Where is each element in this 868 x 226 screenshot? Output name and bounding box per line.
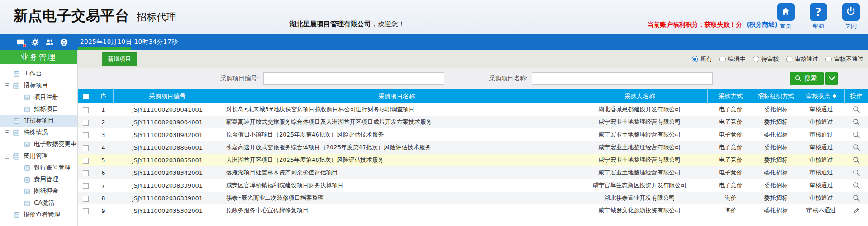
col-op: 操作 bbox=[844, 89, 868, 103]
search-icon bbox=[795, 75, 802, 82]
row-checkbox-cell bbox=[78, 154, 94, 166]
collapse-icon[interactable]: − bbox=[5, 130, 9, 135]
table-row[interactable]: 9JSJY1110002035302001原政务服务中心宣传牌修复项目咸宁城发文… bbox=[78, 204, 868, 217]
row-checkbox[interactable] bbox=[83, 208, 89, 214]
status-filter-radio[interactable]: 待审核 bbox=[753, 55, 779, 63]
row-checkbox[interactable] bbox=[83, 120, 89, 126]
sidebar-item[interactable]: −费用管理 bbox=[0, 150, 77, 162]
table-row[interactable]: 1JSJY1110002039041001对长岛•未来城3#地块保交房项目拟收购… bbox=[78, 103, 868, 116]
more-search-options-button[interactable] bbox=[825, 72, 838, 85]
project-name-input[interactable] bbox=[532, 72, 713, 85]
cell-op bbox=[844, 179, 868, 192]
sidebar-item[interactable]: 项目注册 bbox=[0, 91, 77, 103]
table-row[interactable]: 3JSJY1110002038982001原乡假日小镇项目（2025年度第46批… bbox=[78, 128, 868, 141]
cell-seq: 4 bbox=[94, 141, 113, 154]
sidebar-items: 工作台−招标项目项目注册招标项目非招标项目−特殊情况电子数据变更申请−费用管理银… bbox=[0, 64, 77, 221]
collapse-icon[interactable]: − bbox=[5, 154, 9, 159]
cell-seq: 2 bbox=[94, 116, 113, 128]
cell-op bbox=[844, 141, 868, 154]
settings-gear-icon[interactable] bbox=[31, 38, 39, 47]
cell-seq: 5 bbox=[94, 154, 113, 166]
row-checkbox[interactable] bbox=[83, 196, 89, 202]
status-filter-radio[interactable]: 所有 bbox=[692, 55, 712, 63]
sidebar-item[interactable]: 报价查看管理 bbox=[0, 209, 77, 221]
close-button-label: 关闭 bbox=[840, 22, 862, 30]
sidebar-item[interactable]: 费用管理 bbox=[0, 174, 77, 185]
chevron-down-icon bbox=[829, 76, 835, 80]
table-row[interactable]: 2JSJY1110002039004001蕲嘉高速开放式交旅服务综合体项目及大洲… bbox=[78, 116, 868, 128]
document-icon bbox=[24, 106, 30, 112]
table-row[interactable]: 5JSJY1110002038855001大洲湖首开区项目（2025年度第48批… bbox=[78, 154, 868, 166]
cell-purchaser: 咸宁官埠生态新区投资开发有限公司 bbox=[572, 179, 707, 192]
sidebar-item[interactable]: 非招标项目 bbox=[0, 115, 77, 127]
table-row[interactable]: 4JSJY1110002038866001蕲嘉高速开放式交旅服务综合体项目（20… bbox=[78, 141, 868, 154]
close-button[interactable]: 关闭 bbox=[840, 3, 862, 30]
sidebar-item[interactable]: 电子数据变更申请 bbox=[0, 138, 77, 150]
sidebar-item[interactable]: 工作台 bbox=[0, 68, 77, 80]
project-code-label: 采购项目编号: bbox=[220, 75, 259, 83]
sidebar-item[interactable]: 图纸押金 bbox=[0, 185, 77, 197]
view-search-icon[interactable] bbox=[853, 169, 860, 177]
row-checkbox[interactable] bbox=[83, 107, 89, 113]
row-checkbox[interactable] bbox=[83, 170, 89, 176]
col-status[interactable]: 审核状态 bbox=[798, 89, 844, 103]
collapse-icon[interactable]: − bbox=[5, 83, 9, 88]
view-search-icon[interactable] bbox=[853, 144, 860, 151]
row-checkbox[interactable] bbox=[83, 132, 89, 138]
search-button[interactable]: 搜索 bbox=[790, 72, 824, 85]
cell-code: JSJY1110002038866001 bbox=[113, 141, 222, 154]
status-filter-radio[interactable]: 审核通过 bbox=[786, 55, 818, 63]
sidebar-item[interactable]: CA激活 bbox=[0, 197, 77, 209]
view-search-icon[interactable] bbox=[853, 106, 860, 113]
home-button[interactable]: 首页 bbox=[775, 3, 797, 30]
col-seq: 序 bbox=[94, 89, 113, 103]
table-row[interactable]: 6JSJY1110002038342001落雁湖项目处置林木资产剩余价值评估项目… bbox=[78, 166, 868, 179]
cell-method: 电子竞价 bbox=[707, 166, 754, 179]
welcome-company: 湖北星晨项目管理有限公司 bbox=[289, 20, 371, 28]
col-name: 采购项目名称 bbox=[222, 89, 572, 103]
radio-icon bbox=[786, 56, 792, 62]
document-icon bbox=[24, 176, 30, 183]
cell-code: JSJY1110002038982001 bbox=[113, 128, 222, 141]
cell-purchaser: 咸宁城发文化旅游投资有限公司 bbox=[572, 204, 707, 217]
points-mall-link[interactable]: (积分商城) bbox=[746, 21, 778, 28]
cell-method: 询价 bbox=[707, 204, 754, 217]
sidebar-item[interactable]: 银行账号管理 bbox=[0, 162, 77, 174]
cell-seq: 1 bbox=[94, 103, 113, 116]
status-filter-radio[interactable]: 编辑中 bbox=[719, 55, 745, 63]
cell-name: 落雁湖项目处置林木资产剩余价值评估项目 bbox=[222, 166, 572, 179]
view-search-icon[interactable] bbox=[853, 156, 860, 164]
view-search-icon[interactable] bbox=[853, 194, 860, 202]
table-row[interactable]: 8JSJY1110002036339001祺泰•辰光商业二次装修项目档案整理湖北… bbox=[78, 192, 868, 204]
help-button[interactable]: ? 帮助 bbox=[807, 3, 829, 30]
status-filter-radio[interactable]: 审核不通过 bbox=[825, 55, 863, 63]
contacts-icon[interactable] bbox=[45, 38, 54, 47]
message-icon[interactable] bbox=[16, 38, 25, 47]
add-project-button[interactable]: 新增项目 bbox=[102, 52, 137, 66]
row-checkbox[interactable] bbox=[83, 183, 89, 189]
select-all-checkbox[interactable] bbox=[83, 94, 89, 99]
document-icon bbox=[24, 141, 30, 147]
edit-icon[interactable] bbox=[853, 207, 860, 214]
view-search-icon[interactable] bbox=[853, 131, 860, 139]
platform-icon[interactable] bbox=[60, 38, 68, 47]
logo-subtitle: 招标代理 bbox=[137, 10, 176, 24]
cell-name: 蕲嘉高速开放式交旅服务综合体项目及大洲湖首开区项目成片开发方案技术服务 bbox=[222, 116, 572, 128]
sidebar-item[interactable]: 招标项目 bbox=[0, 103, 77, 115]
cell-method: 询价 bbox=[707, 192, 754, 204]
row-checkbox[interactable] bbox=[83, 158, 89, 164]
cell-status: 审核通过 bbox=[798, 141, 844, 154]
status-filter-label: 所有 bbox=[700, 55, 712, 63]
select-all-cell bbox=[78, 89, 94, 103]
view-search-icon[interactable] bbox=[853, 118, 860, 126]
document-icon bbox=[24, 200, 30, 206]
row-checkbox[interactable] bbox=[83, 145, 89, 151]
project-code-input[interactable] bbox=[263, 72, 444, 85]
cell-status: 审核不通过 bbox=[798, 204, 844, 217]
cell-status: 审核通过 bbox=[798, 154, 844, 166]
sidebar-item[interactable]: −特殊情况 bbox=[0, 127, 77, 138]
view-search-icon[interactable] bbox=[853, 182, 860, 189]
table-row[interactable]: 7JSJY1110002038339001咸安区官埠桥镇福利院建设项目财务决算项… bbox=[78, 179, 868, 192]
sidebar-item[interactable]: −招标项目 bbox=[0, 80, 77, 91]
row-checkbox-cell bbox=[78, 128, 94, 141]
